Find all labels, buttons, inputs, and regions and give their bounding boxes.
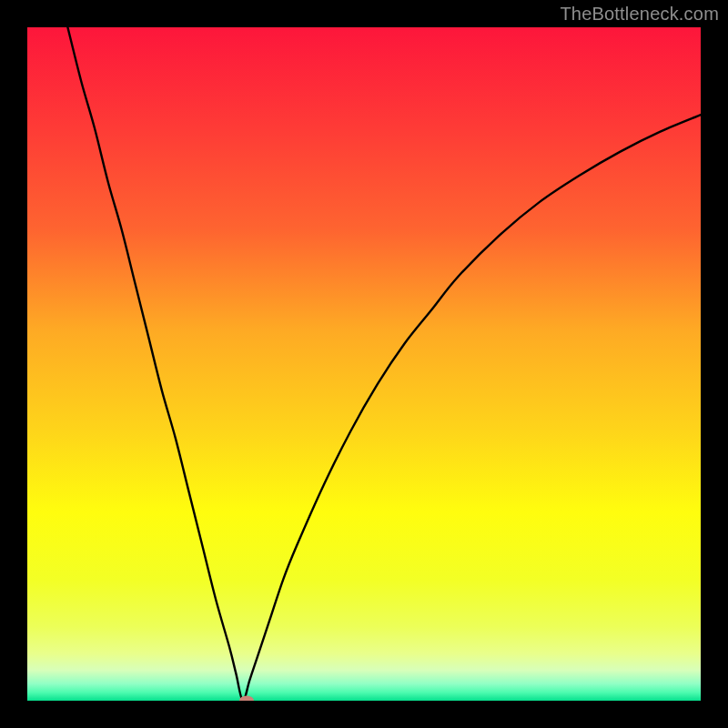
bottleneck-curve	[27, 27, 701, 701]
optimal-marker	[239, 696, 254, 702]
chart-frame: TheBottleneck.com	[0, 0, 728, 728]
plot-area	[27, 27, 701, 701]
watermark: TheBottleneck.com	[560, 4, 719, 25]
